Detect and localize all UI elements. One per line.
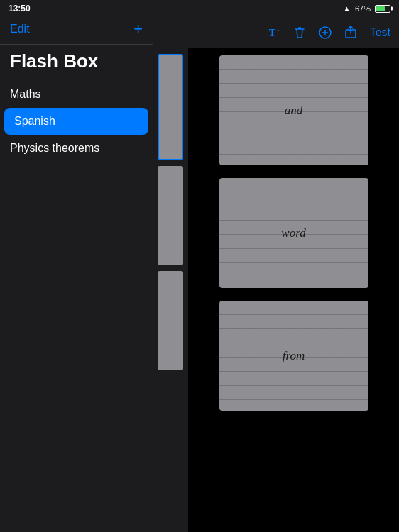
cards-area: and word from: [153, 48, 399, 532]
status-time: 13:50: [9, 4, 31, 13]
add-card-icon[interactable]: [319, 26, 332, 39]
flashcard-2[interactable]: word: [219, 178, 368, 288]
card-text-1: and: [285, 104, 303, 118]
deck-list: Maths Spanish Physics theorems: [0, 81, 153, 162]
status-bar: 13:50 ▲ 67%: [0, 0, 399, 17]
main-content: T: [153, 17, 399, 532]
card-thumb-3[interactable]: [158, 271, 183, 370]
sidebar-item-physics[interactable]: Physics theorems: [0, 135, 153, 162]
card-thumb-1[interactable]: [158, 54, 183, 160]
card-thumb-2[interactable]: [158, 166, 183, 265]
sidebar: Edit + Flash Box Maths Spanish Physics t…: [0, 17, 153, 532]
sidebar-header: Edit +: [0, 17, 153, 45]
cards-strip: [153, 48, 188, 532]
share-icon[interactable]: [344, 26, 357, 39]
add-deck-button[interactable]: +: [133, 21, 143, 37]
flashcard-1[interactable]: and: [219, 55, 368, 165]
wifi-icon: ▲: [343, 4, 351, 13]
main-toolbar: T: [153, 17, 399, 48]
sidebar-item-spanish[interactable]: Spanish: [4, 108, 148, 135]
sidebar-item-label-maths: Maths: [10, 88, 41, 100]
sidebar-item-label-physics: Physics theorems: [10, 142, 99, 154]
battery-icon: [375, 5, 390, 13]
card-text-2: word: [281, 226, 305, 240]
sidebar-item-maths[interactable]: Maths: [0, 81, 153, 108]
text-format-icon[interactable]: T: [268, 26, 280, 39]
svg-text:T: T: [269, 28, 276, 38]
card-text-3: from: [283, 349, 305, 363]
sidebar-item-label-spanish: Spanish: [14, 115, 55, 127]
signal-text: 67%: [355, 4, 371, 13]
flashcard-3[interactable]: from: [219, 301, 368, 411]
app-title: Flash Box: [0, 45, 153, 81]
cards-main: and word from: [188, 48, 399, 532]
edit-button[interactable]: Edit: [10, 23, 30, 35]
status-right: ▲ 67%: [343, 4, 390, 13]
app-container: Edit + Flash Box Maths Spanish Physics t…: [0, 17, 399, 532]
delete-icon[interactable]: [293, 26, 306, 40]
test-button[interactable]: Test: [370, 26, 390, 39]
